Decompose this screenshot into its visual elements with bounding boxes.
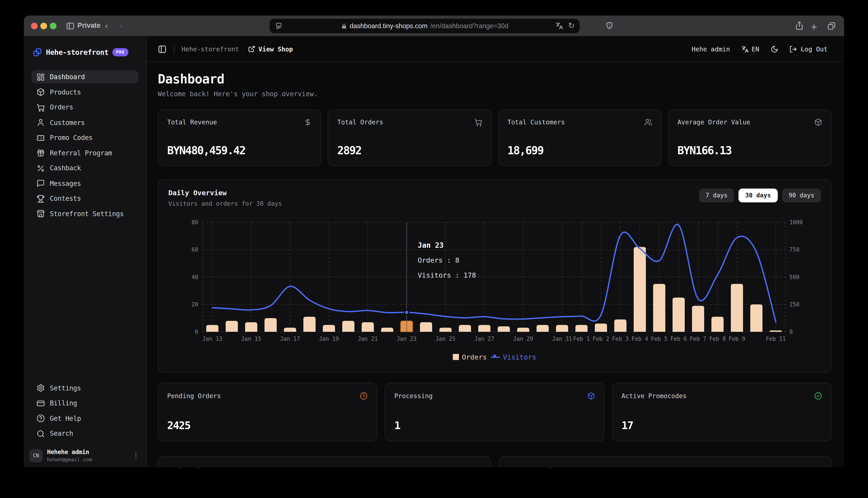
stat-card-total-orders: Total Orders2892 (328, 109, 491, 166)
sidebar-item-label: Customers (50, 119, 85, 126)
logout-button[interactable]: Log Out (789, 45, 828, 53)
user-row[interactable]: CN Hehehe admin heheh@gmail.com ⋮ (29, 448, 142, 462)
sidebar-item-cashback[interactable]: Cashback (31, 161, 138, 175)
svg-text:Jan 17: Jan 17 (280, 336, 300, 342)
section-title: Recent Orders (509, 466, 821, 467)
sidebar-item-label: Referral Program (50, 149, 112, 157)
search-icon (37, 430, 45, 438)
range-button-7-days[interactable]: 7 days (699, 188, 734, 202)
range-button-30-days[interactable]: 30 days (739, 188, 777, 202)
sidebar-item-search[interactable]: Search (31, 427, 138, 440)
sidebar-item-orders[interactable]: Orders (31, 101, 138, 114)
sidebar-item-dashboard[interactable]: Dashboard (31, 70, 138, 83)
sidebar: Hehe-storefront PRO DashboardProductsOrd… (24, 37, 146, 467)
sidebar-item-customers[interactable]: Customers (31, 116, 138, 129)
minimize-window-button[interactable] (40, 23, 47, 29)
svg-text:Jan 31: Jan 31 (552, 336, 572, 342)
user-email: heheh@gmail.com (47, 457, 92, 462)
share-icon[interactable] (795, 21, 804, 30)
private-window-label: Private (78, 22, 101, 29)
app-header: Hehe-storefront View Shop Hehe admin (147, 37, 844, 62)
browser-window: Private ‹ › dashboard.tiny-shops.com/en/… (24, 16, 844, 468)
sidebar-footer: SettingsBillingGet HelpSearch (31, 381, 138, 440)
shield-icon[interactable] (605, 21, 613, 30)
new-tab-icon[interactable]: + (811, 21, 817, 33)
shopping-cart-icon (474, 118, 482, 126)
svg-text:Feb 11: Feb 11 (766, 336, 786, 342)
stat-card-total-customers: Total Customers18,699 (498, 109, 661, 166)
zoom-window-button[interactable] (50, 23, 56, 29)
chart-legend: Orders Visitors (168, 353, 821, 361)
stat-card-pending-orders: Pending Orders2425 (158, 383, 377, 442)
svg-text:0: 0 (789, 329, 793, 335)
language-label: EN (752, 45, 759, 53)
user-menu-icon[interactable]: ⋮ (130, 451, 142, 460)
percent-icon (37, 164, 45, 172)
external-link-icon (248, 45, 255, 53)
breadcrumb[interactable]: Hehe-storefront (181, 45, 239, 53)
tab-overview-icon[interactable] (827, 22, 836, 30)
daily-overview-card: Daily Overview Visitors and orders for 3… (158, 179, 831, 373)
svg-text:Feb 5: Feb 5 (651, 336, 667, 342)
stat-label: Pending Orders (167, 392, 221, 400)
back-button[interactable]: ‹ (105, 21, 108, 31)
language-switcher[interactable]: EN (741, 45, 759, 53)
svg-text:Jan 19: Jan 19 (319, 336, 339, 342)
dark-mode-icon[interactable] (770, 45, 778, 53)
forward-button[interactable]: › (119, 21, 123, 31)
sidebar-nav: DashboardProductsOrdersCustomersPromo Co… (31, 70, 138, 220)
stat-value: 2892 (337, 144, 361, 157)
sidebar-item-promo-codes[interactable]: Promo Codes (31, 131, 138, 144)
view-shop-link[interactable]: View Shop (248, 45, 293, 53)
close-window-button[interactable] (31, 23, 38, 29)
address-bar[interactable]: dashboard.tiny-shops.com/en/dashboard?ra… (270, 19, 579, 33)
ticket-icon (37, 134, 45, 142)
svg-text:Jan 25: Jan 25 (435, 336, 456, 342)
translate-icon[interactable] (555, 21, 564, 30)
stat-label: Total Customers (507, 118, 565, 126)
brand-name: Hehe-storefront (46, 48, 108, 56)
pro-badge: PRO (112, 48, 128, 56)
sidebar-item-settings[interactable]: Settings (31, 381, 138, 394)
panel-toggle-icon[interactable] (158, 44, 167, 53)
sidebar-item-messages[interactable]: Messages (31, 177, 138, 190)
user-name: Hehehe admin (47, 448, 92, 456)
url-path: /en/dashboard?range=30d (430, 22, 509, 30)
stat-card-processing: Processing1 (385, 383, 604, 442)
substats-row: Pending Orders2425Processing1Active Prom… (158, 383, 831, 442)
range-button-90-days[interactable]: 90 days (782, 188, 821, 202)
svg-text:Feb 8: Feb 8 (709, 336, 726, 342)
chart-plot: 02040608002505007501000Jan 13Jan 15Jan 1… (168, 219, 821, 361)
reader-icon[interactable] (275, 22, 283, 32)
sidebar-item-label: Billing (50, 399, 77, 407)
sidebar-item-label: Orders (50, 104, 73, 111)
stat-value: 18,699 (507, 144, 543, 157)
sidebar-item-storefront-settings[interactable]: Storefront Settings (31, 207, 138, 220)
stat-label: Total Revenue (167, 118, 217, 126)
visitors-swatch-icon (491, 356, 500, 357)
browser-sidebar-toggle-icon[interactable] (66, 22, 75, 30)
legend-visitors: Visitors (491, 353, 536, 361)
legend-orders: Orders (453, 353, 487, 361)
sidebar-item-contests[interactable]: Contests (31, 192, 138, 205)
message-square-icon (37, 179, 45, 187)
sidebar-item-label: Promo Codes (50, 134, 92, 142)
reload-icon[interactable]: ↻ (568, 21, 575, 30)
settings-icon (37, 384, 45, 392)
stats-row: Total RevenueBYN480,459.42Total Orders28… (158, 109, 831, 166)
sidebar-item-products[interactable]: Products (31, 86, 138, 99)
svg-text:Jan 13: Jan 13 (202, 336, 222, 342)
sidebar-item-get-help[interactable]: Get Help (31, 412, 138, 425)
stat-value: 17 (622, 419, 633, 431)
sidebar-item-referral-program[interactable]: Referral Program (31, 146, 138, 160)
orders-by-status-card: Orders by Status (158, 456, 491, 467)
sidebar-item-billing[interactable]: Billing (31, 396, 138, 410)
sidebar-item-label: Search (50, 430, 73, 437)
view-shop-label: View Shop (258, 45, 293, 53)
svg-text:1000: 1000 (789, 219, 803, 225)
legend-orders-label: Orders (462, 353, 487, 361)
sidebar-item-label: Products (50, 88, 81, 96)
avatar: CN (29, 449, 42, 462)
svg-text:Jan 15: Jan 15 (241, 336, 261, 342)
user-icon (37, 118, 45, 127)
